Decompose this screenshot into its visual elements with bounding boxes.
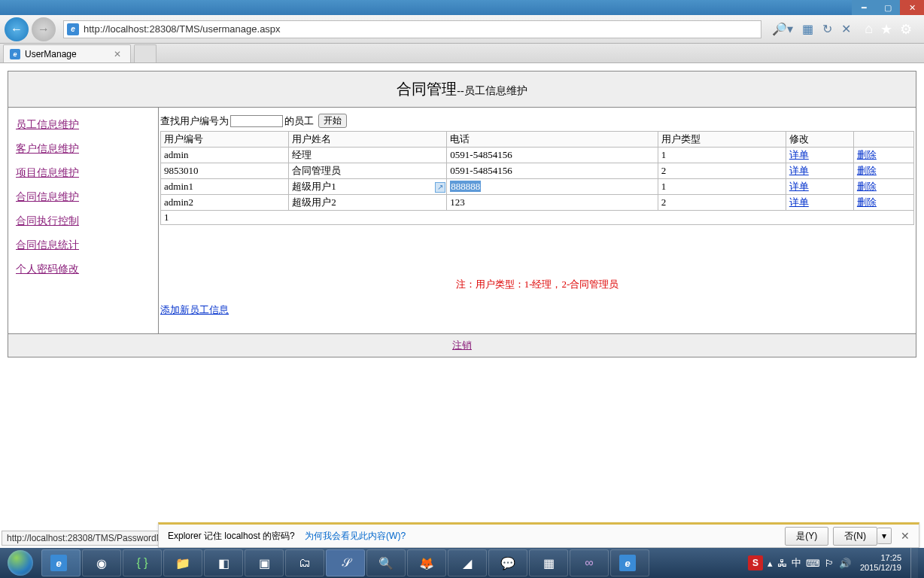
tab-close-icon[interactable]: ✕ <box>111 49 124 59</box>
sidebar-item-password[interactable]: 个人密码修改 <box>16 263 150 276</box>
delete-link[interactable]: 删除 <box>857 196 877 208</box>
new-tab-button[interactable] <box>134 44 157 62</box>
cell-id: admin1 <box>161 179 289 195</box>
toolbar-right: ⌂ ★ ⚙ <box>857 21 919 38</box>
page-number: 1 <box>160 211 914 225</box>
col-name: 用户姓名 <box>289 132 447 148</box>
cell-name: 超级用户2 <box>289 195 447 211</box>
search-suffix: 的员工 <box>284 114 314 128</box>
home-icon[interactable]: ⌂ <box>865 21 873 37</box>
detail-link[interactable]: 详单 <box>789 149 809 160</box>
detail-link[interactable]: 详单 <box>789 181 809 192</box>
cell-name: 超级用户1 <box>289 179 447 195</box>
tools-icon[interactable]: ⚙ <box>900 21 912 38</box>
user-table: 用户编号 用户姓名 电话 用户类型 修改 admin经理0591-5485415… <box>160 131 914 211</box>
window-close[interactable]: ✕ <box>900 0 924 15</box>
cell-type: 1 <box>658 148 786 163</box>
page-title: 合同管理--员工信息维护 <box>8 71 916 108</box>
cell-name: 合同管理员 <box>289 163 447 179</box>
tab-usermanage[interactable]: e UserManage ✕ <box>3 44 131 62</box>
cell-id: admin2 <box>161 195 289 211</box>
table-row: admin2超级用户21232详单删除 <box>161 195 914 211</box>
col-type: 用户类型 <box>658 132 786 148</box>
cell-id: 9853010 <box>161 163 289 179</box>
delete-link[interactable]: 删除 <box>857 181 877 192</box>
sidebar-item-stats[interactable]: 合同信息统计 <box>16 239 150 252</box>
window-titlebar: ━ ▢ ✕ <box>0 0 924 15</box>
window-minimize[interactable]: ━ <box>852 0 876 15</box>
app-frame: 合同管理--员工信息维护 员工信息维护 客户信息维护 项目信息维护 合同信息维护… <box>8 71 916 357</box>
search-prefix: 查找用户编号为 <box>160 114 229 128</box>
window-maximize[interactable]: ▢ <box>876 0 900 15</box>
nav-icon-group: 🔎▾ ▦ ↻ ✕ <box>766 22 857 36</box>
address-bar[interactable]: e http://localhost:28308/TMS/usermanage.… <box>63 20 761 38</box>
sidebar-item-project[interactable]: 项目信息维护 <box>16 166 150 180</box>
ie-icon: e <box>67 23 79 35</box>
delete-link[interactable]: 删除 <box>857 149 877 160</box>
col-phone: 电话 <box>447 132 658 148</box>
search-row: 查找用户编号为 的员工 开始 <box>160 112 914 131</box>
table-row: admin经理0591-548541561详单删除 <box>161 148 914 163</box>
sidebar-item-contract[interactable]: 合同信息维护 <box>16 190 150 204</box>
cell-name: 经理 <box>289 148 447 163</box>
ie-icon: e <box>10 49 20 59</box>
col-id: 用户编号 <box>161 132 289 148</box>
tab-title: UserManage <box>25 49 77 59</box>
detail-link[interactable]: 详单 <box>789 165 809 176</box>
type-note: 注：用户类型：1-经理，2-合同管理员 <box>160 278 914 291</box>
logout-link[interactable]: 注销 <box>452 339 472 351</box>
search-input[interactable] <box>230 115 283 127</box>
cell-phone: 123 <box>447 195 658 211</box>
search-dropdown-icon[interactable]: 🔎▾ <box>772 22 793 36</box>
sidebar-item-employee[interactable]: 员工信息维护 <box>16 118 150 132</box>
table-row: admin1超级用户1↗8888881详单删除 <box>161 179 914 195</box>
delete-link[interactable]: 删除 <box>857 165 877 176</box>
search-button[interactable]: 开始 <box>318 114 347 128</box>
cell-type: 2 <box>658 163 786 179</box>
accelerator-icon[interactable]: ↗ <box>435 182 445 193</box>
footer: 注销 <box>8 333 916 357</box>
cell-type: 1 <box>658 179 786 195</box>
col-modify: 修改 <box>786 132 853 148</box>
sidebar-item-execution[interactable]: 合同执行控制 <box>16 214 150 228</box>
add-employee-link[interactable]: 添加新员工信息 <box>160 303 914 317</box>
nav-forward-button[interactable]: → <box>32 17 56 41</box>
cell-type: 2 <box>658 195 786 211</box>
url-text: http://localhost:28308/TMS/usermanage.as… <box>84 23 758 35</box>
favorites-icon[interactable]: ★ <box>880 21 892 38</box>
cell-id: admin <box>161 148 289 163</box>
sidebar-item-customer[interactable]: 客户信息维护 <box>16 142 150 156</box>
sidebar: 员工信息维护 客户信息维护 项目信息维护 合同信息维护 合同执行控制 合同信息统… <box>8 108 159 333</box>
refresh-icon[interactable]: ↻ <box>822 22 832 36</box>
cell-phone: 0591-54854156 <box>447 148 658 163</box>
tab-bar: e UserManage ✕ <box>0 44 924 63</box>
nav-back-button[interactable]: ← <box>5 17 29 41</box>
table-row: 9853010合同管理员0591-548541562详单删除 <box>161 163 914 179</box>
cell-phone: 0591-54854156 <box>447 163 658 179</box>
stop-icon[interactable]: ✕ <box>841 22 851 36</box>
browser-navbar: ← → e http://localhost:28308/TMS/userman… <box>0 15 924 44</box>
compat-view-icon[interactable]: ▦ <box>802 22 813 36</box>
detail-link[interactable]: 详单 <box>789 196 809 208</box>
cell-phone: ↗888888 <box>447 179 658 195</box>
col-delete <box>853 132 913 148</box>
